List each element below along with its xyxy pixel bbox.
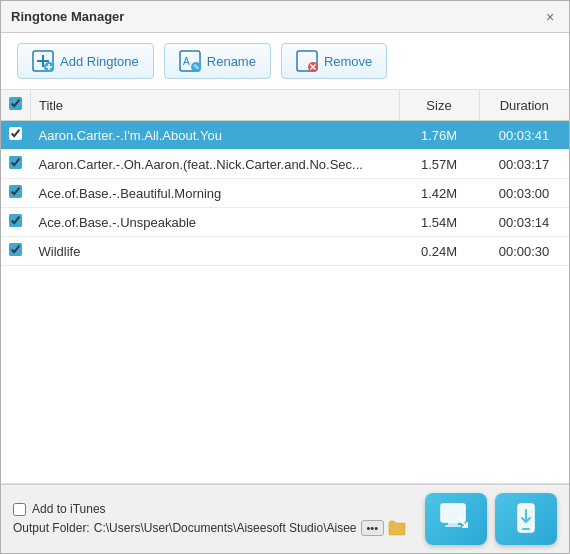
add-ringtone-label: Add Ringtone bbox=[60, 54, 139, 69]
row-checkbox-cell bbox=[1, 121, 31, 150]
row-checkbox[interactable] bbox=[9, 127, 22, 140]
transfer-to-device-button[interactable] bbox=[425, 493, 487, 545]
header-title: Title bbox=[31, 90, 400, 121]
row-duration: 00:03:41 bbox=[479, 121, 569, 150]
row-size: 1.57M bbox=[399, 150, 479, 179]
row-duration: 00:03:00 bbox=[479, 179, 569, 208]
svg-rect-17 bbox=[445, 525, 461, 527]
row-duration: 00:03:17 bbox=[479, 150, 569, 179]
add-itunes-checkbox[interactable] bbox=[13, 503, 26, 516]
output-path: C:\Users\User\Documents\Aiseesoft Studio… bbox=[94, 521, 357, 535]
title-bar: Ringtone Manager × bbox=[1, 1, 569, 33]
ringtone-table: Title Size Duration Aaron.Carter.-.I'm.A… bbox=[1, 90, 569, 266]
remove-button[interactable]: Remove bbox=[281, 43, 387, 79]
row-size: 0.24M bbox=[399, 237, 479, 266]
ringtone-table-container: Title Size Duration Aaron.Carter.-.I'm.A… bbox=[1, 90, 569, 484]
row-title: Ace.of.Base.-.Beautiful.Morning bbox=[31, 179, 400, 208]
row-size: 1.54M bbox=[399, 208, 479, 237]
table-header-row: Title Size Duration bbox=[1, 90, 569, 121]
row-checkbox[interactable] bbox=[9, 214, 22, 227]
ringtone-manager-window: Ringtone Manager × Add Ringtone bbox=[0, 0, 570, 554]
footer: Add to iTunes Output Folder: C:\Users\Us… bbox=[1, 484, 569, 553]
toolbar: Add Ringtone A ✎ Rename bbox=[1, 33, 569, 90]
remove-icon bbox=[296, 50, 318, 72]
table-row: Aaron.Carter.-.I'm.All.About.You1.76M00:… bbox=[1, 121, 569, 150]
close-button[interactable]: × bbox=[541, 8, 559, 26]
row-title: Aaron.Carter.-.Oh.Aaron.(feat..Nick.Cart… bbox=[31, 150, 400, 179]
row-duration: 00:00:30 bbox=[479, 237, 569, 266]
svg-rect-21 bbox=[522, 528, 530, 530]
add-ringtone-button[interactable]: Add Ringtone bbox=[17, 43, 154, 79]
header-checkbox-cell bbox=[1, 90, 31, 121]
footer-left: Add to iTunes Output Folder: C:\Users\Us… bbox=[13, 502, 415, 536]
row-checkbox-cell bbox=[1, 179, 31, 208]
row-checkbox-cell bbox=[1, 237, 31, 266]
transfer-to-phone-button[interactable] bbox=[495, 493, 557, 545]
svg-rect-14 bbox=[441, 504, 465, 522]
row-title: Aaron.Carter.-.I'm.All.About.You bbox=[31, 121, 400, 150]
row-checkbox[interactable] bbox=[9, 156, 22, 169]
row-size: 1.76M bbox=[399, 121, 479, 150]
table-row: Wildlife0.24M00:00:30 bbox=[1, 237, 569, 266]
add-itunes-row: Add to iTunes bbox=[13, 502, 415, 516]
rename-button[interactable]: A ✎ Rename bbox=[164, 43, 271, 79]
dots-button[interactable]: ••• bbox=[361, 520, 385, 536]
svg-text:A: A bbox=[183, 56, 190, 67]
folder-icon[interactable] bbox=[388, 520, 406, 536]
row-checkbox-cell bbox=[1, 208, 31, 237]
svg-rect-16 bbox=[448, 522, 458, 525]
window-title: Ringtone Manager bbox=[11, 9, 124, 24]
header-duration: Duration bbox=[479, 90, 569, 121]
row-checkbox-cell bbox=[1, 150, 31, 179]
output-folder-label: Output Folder: bbox=[13, 521, 90, 535]
row-title: Wildlife bbox=[31, 237, 400, 266]
table-row: Ace.of.Base.-.Unspeakable1.54M00:03:14 bbox=[1, 208, 569, 237]
add-itunes-label: Add to iTunes bbox=[32, 502, 106, 516]
remove-label: Remove bbox=[324, 54, 372, 69]
table-row: Ace.of.Base.-.Beautiful.Morning1.42M00:0… bbox=[1, 179, 569, 208]
rename-icon: A ✎ bbox=[179, 50, 201, 72]
row-title: Ace.of.Base.-.Unspeakable bbox=[31, 208, 400, 237]
row-checkbox[interactable] bbox=[9, 243, 22, 256]
header-size: Size bbox=[399, 90, 479, 121]
select-all-checkbox[interactable] bbox=[9, 97, 22, 110]
row-checkbox[interactable] bbox=[9, 185, 22, 198]
footer-right bbox=[425, 493, 557, 545]
row-size: 1.42M bbox=[399, 179, 479, 208]
output-folder-row: Output Folder: C:\Users\User\Documents\A… bbox=[13, 520, 415, 536]
table-body: Aaron.Carter.-.I'm.All.About.You1.76M00:… bbox=[1, 121, 569, 266]
rename-label: Rename bbox=[207, 54, 256, 69]
row-duration: 00:03:14 bbox=[479, 208, 569, 237]
table-row: Aaron.Carter.-.Oh.Aaron.(feat..Nick.Cart… bbox=[1, 150, 569, 179]
svg-text:✎: ✎ bbox=[193, 63, 200, 72]
add-ringtone-icon bbox=[32, 50, 54, 72]
